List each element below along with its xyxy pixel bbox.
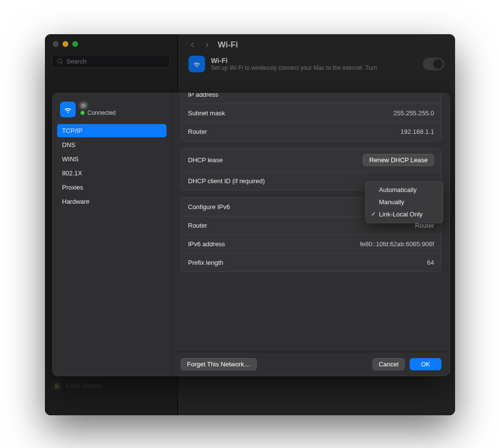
renew-dhcp-lease-button[interactable]: Renew DHCP Lease <box>363 154 434 166</box>
sheet-tab-8021x[interactable]: 802.1X <box>57 167 167 180</box>
sheet-tab-proxies[interactable]: Proxies <box>57 181 167 194</box>
dropdown-item-manually[interactable]: Manually <box>367 196 441 208</box>
sidebar-item-label: Lock Screen <box>66 382 102 389</box>
ipv4-group: IP address Subnet mask255.255.255.0 Rout… <box>181 93 441 141</box>
sheet-network-header: M Connected <box>57 100 167 124</box>
sheet-body: IP address Subnet mask255.255.255.0 Rout… <box>172 93 450 376</box>
row-value: fe80::10fd:62ab:6065:906f <box>360 240 434 248</box>
row-label: Router <box>188 222 207 229</box>
wifi-header-row: Wi-Fi Set up Wi-Fi to wirelessly connect… <box>178 56 455 76</box>
ipv6-address-row: IPv6 addressfe80::10fd:62ab:6065:906f <box>181 235 441 253</box>
row-label: Configure IPv6 <box>188 203 230 211</box>
row-label: Prefix length <box>188 259 223 266</box>
row-label: Router <box>188 128 207 135</box>
configure-ipv6-dropdown: Automatically Manually Link-Local Only <box>365 181 443 223</box>
subnet-mask-row: Subnet mask255.255.255.0 <box>181 104 441 122</box>
search-placeholder: Search <box>66 58 86 65</box>
row-label: DHCP client ID (if required) <box>188 177 265 185</box>
network-details-sheet: M Connected TCP/IP DNS WINS 802.1X Proxi… <box>52 93 450 376</box>
sheet-status: Connected <box>87 109 116 116</box>
wifi-icon <box>60 102 76 117</box>
ok-button[interactable]: OK <box>410 358 441 370</box>
sheet-tab-wins[interactable]: WINS <box>57 152 167 166</box>
sidebar-item[interactable]: 🔒Lock Screen <box>45 378 177 393</box>
window-controls <box>45 34 177 53</box>
dhcp-lease-row: DHCP lease Renew DHCP Lease <box>181 149 441 171</box>
row-label: IP address <box>188 93 218 98</box>
ip-address-row: IP address <box>181 93 441 104</box>
title-bar: Wi-Fi <box>178 34 455 56</box>
sheet-tab-dns[interactable]: DNS <box>57 138 167 151</box>
wifi-icon <box>188 56 205 72</box>
row-value: 192.168.1.1 <box>400 128 434 135</box>
back-button[interactable] <box>188 41 196 49</box>
wifi-title: Wi-Fi <box>211 57 377 64</box>
dropdown-item-automatically[interactable]: Automatically <box>367 184 441 196</box>
status-dot-icon <box>81 111 84 115</box>
lock-icon: 🔒 <box>52 381 62 390</box>
row-label: Subnet mask <box>188 109 225 117</box>
row-label: IPv6 address <box>188 240 225 248</box>
forget-network-button[interactable]: Forget This Network… <box>181 358 257 370</box>
close-button[interactable] <box>53 41 59 47</box>
page-title: Wi-Fi <box>218 40 238 50</box>
row-label: DHCP lease <box>188 156 223 164</box>
search-icon <box>57 58 63 65</box>
maximize-button[interactable] <box>72 41 78 47</box>
sheet-footer: Forget This Network… Cancel OK <box>172 352 450 376</box>
sheet-sidebar: M Connected TCP/IP DNS WINS 802.1X Proxi… <box>52 93 172 376</box>
router-row: Router192.168.1.1 <box>181 122 441 141</box>
system-settings-window: Search 🔊Sound 🌙Focus ⏳Screen Time 🔒Lock … <box>45 34 455 415</box>
sheet-network-name: M <box>81 102 116 109</box>
wifi-toggle[interactable] <box>423 58 444 70</box>
dropdown-item-link-local-only[interactable]: Link-Local Only <box>367 208 441 220</box>
cancel-button[interactable]: Cancel <box>373 358 405 370</box>
minimize-button[interactable] <box>62 41 68 47</box>
prefix-length-row: Prefix length64 <box>181 253 441 272</box>
wifi-subtitle: Set up Wi-Fi to wirelessly connect your … <box>211 64 377 71</box>
search-input[interactable]: Search <box>52 55 170 68</box>
row-value: 64 <box>427 259 434 266</box>
sheet-tab-tcpip[interactable]: TCP/IP <box>57 124 167 137</box>
row-value: 255.255.255.0 <box>394 109 434 117</box>
forward-button[interactable] <box>203 41 211 49</box>
sheet-tab-hardware[interactable]: Hardware <box>57 195 167 208</box>
